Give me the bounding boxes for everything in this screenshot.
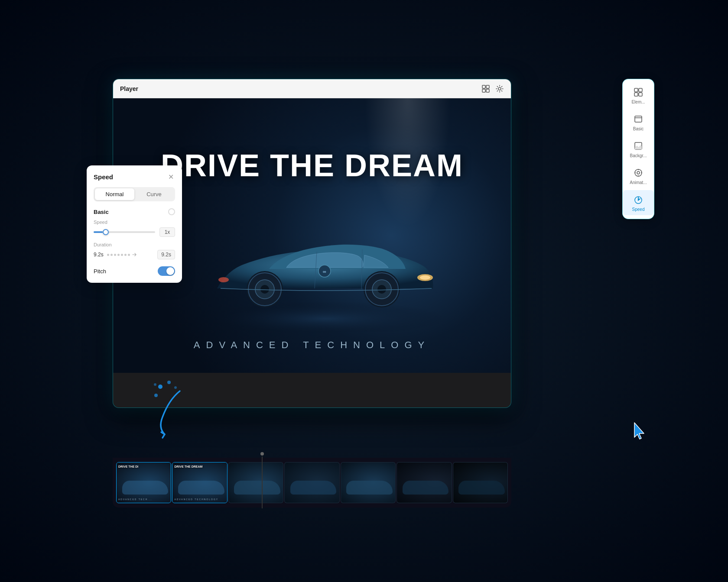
d6 xyxy=(124,254,127,256)
animation-label: Animat... xyxy=(630,180,647,185)
layout-icon[interactable] xyxy=(481,84,490,93)
thumb-car-2 xyxy=(178,481,224,495)
speed-tab-group: Normal Curve xyxy=(94,187,175,201)
speed-icon xyxy=(632,194,644,206)
sidebar-item-speed[interactable]: Speed xyxy=(623,190,654,215)
d4 xyxy=(117,254,120,256)
speed-slider-fill xyxy=(94,231,103,233)
svg-point-36 xyxy=(154,394,158,397)
speed-panel-close[interactable]: ✕ xyxy=(166,172,175,181)
svg-rect-22 xyxy=(639,93,642,96)
svg-point-34 xyxy=(158,385,162,389)
speed-field-label: Speed xyxy=(94,220,175,225)
video-title: DRIVE THE DREAM xyxy=(161,148,463,183)
playhead-line xyxy=(262,456,263,508)
speed-panel: Speed ✕ Normal Curve Basic Speed 1x Dura… xyxy=(87,165,182,283)
d3 xyxy=(114,254,116,256)
basic-icon xyxy=(632,113,644,125)
sidebar-item-background[interactable]: Backgr... xyxy=(623,136,654,162)
svg-point-26 xyxy=(635,169,642,176)
thumbnail-3[interactable] xyxy=(228,462,283,503)
settings-icon[interactable] xyxy=(495,84,504,93)
sidebar-item-animation[interactable]: Animat... xyxy=(623,163,654,188)
speed-panel-title: Speed xyxy=(94,173,113,181)
svg-point-38 xyxy=(154,383,156,386)
duration-row: 9.2s 9.2s xyxy=(94,250,175,259)
svg-rect-19 xyxy=(634,88,638,92)
basic-section-header: Basic xyxy=(94,208,175,215)
svg-point-37 xyxy=(174,386,177,389)
svg-point-33 xyxy=(638,200,639,201)
cursor-arrow xyxy=(633,422,650,443)
playhead-dot xyxy=(260,452,264,456)
player-titlebar: Player xyxy=(113,79,511,98)
elements-icon xyxy=(632,86,644,98)
background-icon xyxy=(632,140,644,152)
speed-panel-header: Speed ✕ xyxy=(94,172,175,181)
pitch-label: Pitch xyxy=(94,268,106,275)
thumbnail-5[interactable] xyxy=(341,462,396,503)
car-image: ∞ xyxy=(191,193,460,332)
elements-label: Elem... xyxy=(631,100,645,104)
basic-section-title: Basic xyxy=(94,209,109,215)
duration-field-label: Duration xyxy=(94,242,175,247)
d7 xyxy=(128,254,130,256)
sidebar-item-elements[interactable]: Elem... xyxy=(623,83,654,108)
svg-point-8 xyxy=(218,277,229,282)
d5 xyxy=(121,254,123,256)
speed-slider-track[interactable] xyxy=(94,231,155,233)
app-container: Player xyxy=(61,53,667,529)
animation-icon xyxy=(632,167,644,179)
arrow-icon xyxy=(131,252,137,258)
thumb-inner-1: DRIVE THE DI ADVANCED TECH... xyxy=(117,462,171,503)
timeline-strip: DRIVE THE DI ADVANCED TECH... DRIVE THE … xyxy=(113,458,511,508)
right-sidebar: Elem... Basic Backgr... xyxy=(622,79,654,219)
duration-from: 9.2s xyxy=(94,252,104,258)
titlebar-icons xyxy=(481,84,504,93)
toggle-knob xyxy=(166,267,174,275)
thumbnail-1[interactable]: DRIVE THE DI ADVANCED TECH... xyxy=(116,462,171,503)
svg-point-12 xyxy=(260,285,269,294)
duration-dots xyxy=(107,252,154,258)
thumb-title-1: DRIVE THE DI xyxy=(118,465,169,469)
svg-point-27 xyxy=(637,171,640,174)
d1 xyxy=(107,254,109,256)
thumbnail-4[interactable] xyxy=(284,462,339,503)
speed-label: Speed xyxy=(632,207,645,212)
speed-value-display: 1x xyxy=(159,227,175,237)
background-label: Backgr... xyxy=(630,153,647,158)
thumbnail-6[interactable] xyxy=(396,462,452,503)
annotation-arrow xyxy=(152,378,221,449)
svg-rect-20 xyxy=(639,88,642,92)
svg-text:∞: ∞ xyxy=(323,269,326,274)
video-subtitle: ADVANCED TECHNOLOGY xyxy=(194,340,430,351)
d2 xyxy=(110,254,113,256)
sidebar-item-basic[interactable]: Basic xyxy=(623,110,654,135)
svg-rect-23 xyxy=(635,116,642,122)
speed-slider-row: 1x xyxy=(94,227,175,237)
playhead xyxy=(260,452,264,508)
svg-point-5 xyxy=(204,301,447,332)
thumbnail-2[interactable]: DRIVE THE DREAM ADVANCED TECHNOLOGY xyxy=(172,462,227,503)
svg-rect-21 xyxy=(634,93,638,96)
pitch-row: Pitch xyxy=(94,266,175,276)
player-title: Player xyxy=(120,85,138,92)
svg-rect-2 xyxy=(482,89,485,92)
tab-curve[interactable]: Curve xyxy=(134,188,174,200)
duration-to: 9.2s xyxy=(157,250,175,259)
svg-rect-3 xyxy=(486,89,489,92)
svg-point-16 xyxy=(377,285,386,294)
thumbnail-7[interactable] xyxy=(453,462,508,503)
svg-rect-0 xyxy=(482,85,485,88)
basic-section-radio[interactable] xyxy=(168,208,175,215)
svg-point-7 xyxy=(420,275,430,280)
basic-label: Basic xyxy=(633,126,644,131)
svg-point-4 xyxy=(498,87,501,90)
thumb-subtitle-2: ADVANCED TECHNOLOGY xyxy=(174,498,225,501)
svg-rect-1 xyxy=(486,85,489,88)
thumb-car-1 xyxy=(122,481,169,495)
pitch-toggle[interactable] xyxy=(158,266,175,276)
tab-normal[interactable]: Normal xyxy=(95,188,134,200)
thumb-subtitle-1: ADVANCED TECH... xyxy=(118,498,169,501)
speed-slider-thumb xyxy=(103,229,109,235)
